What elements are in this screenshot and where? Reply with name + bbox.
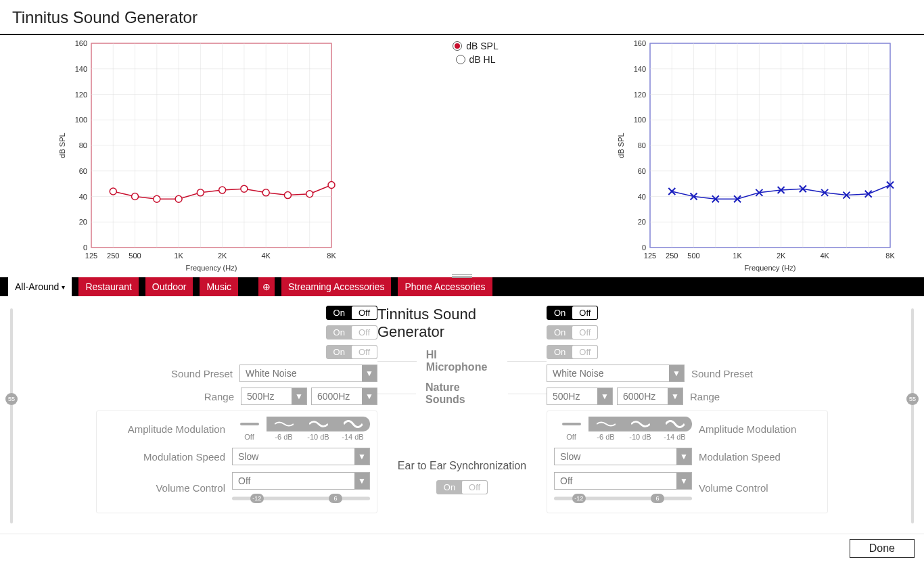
amp-mod-14db[interactable] — [336, 417, 370, 431]
range-low-select-left[interactable]: 500Hz ▼ — [241, 388, 307, 405]
tab-streaming-accessories[interactable]: Streaming Accessories — [281, 277, 391, 296]
slider-thumb-high[interactable]: 6 — [651, 494, 664, 503]
svg-text:4K: 4K — [820, 252, 829, 260]
hi-mic-toggle-left[interactable]: On Off — [326, 325, 377, 339]
vol-range-slider-right[interactable]: -12 6 — [554, 494, 692, 503]
amp-mod-6db[interactable] — [267, 417, 301, 431]
tab-music[interactable]: Music — [200, 277, 238, 296]
off-label: Off — [352, 346, 377, 358]
e2e-sync-title: Ear to Ear Synchronization — [398, 460, 526, 472]
svg-text:1K: 1K — [174, 252, 183, 260]
tsg-toggle-right[interactable]: On Off — [547, 306, 598, 320]
plus-icon: ⊕ — [262, 281, 271, 292]
chevron-down-icon: ▼ — [292, 388, 306, 404]
e2e-sync-toggle[interactable]: On Off — [436, 480, 488, 494]
svg-text:100: 100 — [75, 116, 87, 124]
amp-cap: -14 dB — [664, 433, 685, 441]
on-label: On — [547, 346, 572, 358]
svg-point-43 — [175, 195, 182, 202]
svg-text:8K: 8K — [885, 252, 895, 260]
tab-label: All-Around — [15, 281, 59, 292]
sound-preset-label: Sound Preset — [111, 368, 233, 379]
charts-row: 0204060801001201401601252505001K2K4K8KFr… — [0, 35, 924, 277]
svg-point-40 — [110, 188, 116, 195]
amp-mod-off[interactable] — [232, 417, 267, 431]
mod-speed-label: Modulation Speed — [103, 451, 225, 463]
select-value: White Noise — [553, 368, 603, 379]
vol-ctrl-select-right[interactable]: Off ▼ — [554, 472, 692, 490]
modulation-card-right: Amplitude Modulation Off -6 dB -10 dB -1… — [547, 411, 828, 513]
slider-thumb-low[interactable]: -12 — [250, 494, 264, 503]
radio-db-spl[interactable]: dB SPL — [453, 41, 498, 51]
nature-toggle-left[interactable]: On Off — [326, 345, 377, 359]
off-label: Off — [572, 326, 597, 339]
svg-text:0: 0 — [83, 243, 87, 252]
amp-mod-14db[interactable] — [657, 417, 692, 431]
tab-outdoor[interactable]: Outdoor — [145, 277, 193, 296]
svg-text:60: 60 — [638, 167, 646, 175]
amp-mod-off[interactable] — [554, 417, 588, 431]
hi-mic-toggle-right[interactable]: On Off — [547, 325, 598, 339]
on-label: On — [437, 481, 462, 494]
mod-speed-select-right[interactable]: Slow ▼ — [554, 448, 692, 465]
off-label: Off — [352, 326, 377, 339]
tsg-toggle-left[interactable]: On Off — [326, 306, 377, 320]
svg-text:80: 80 — [79, 141, 87, 149]
chevron-down-icon: ▼ — [362, 388, 377, 404]
drag-handle-icon[interactable] — [452, 274, 472, 278]
svg-text:40: 40 — [638, 193, 646, 201]
center-column: Tinnitus Sound Generator HI Microphone N… — [377, 306, 547, 526]
vol-ctrl-select-left[interactable]: Off ▼ — [232, 472, 370, 490]
add-program-button[interactable]: ⊕ — [258, 277, 275, 296]
slider-thumb-low[interactable]: -12 — [572, 494, 586, 503]
chevron-down-icon: ▾ — [62, 283, 65, 291]
on-label: On — [547, 306, 572, 319]
settings-area: 55 On Off On Off On Off Sound Preset Whi… — [0, 296, 924, 526]
chevron-down-icon: ▼ — [597, 388, 612, 404]
mod-speed-select-left[interactable]: Slow ▼ — [232, 448, 370, 465]
off-label: Off — [572, 346, 597, 358]
slider-thumb[interactable]: 55 — [906, 393, 919, 405]
tab-all-around[interactable]: All-Around ▾ — [8, 277, 72, 296]
chart-right: 0204060801001201401601252505001K2K4K8KFr… — [613, 38, 897, 275]
amp-mod-10db[interactable] — [301, 417, 336, 431]
svg-text:140: 140 — [75, 65, 87, 73]
chevron-down-icon: ▼ — [362, 365, 377, 381]
slider-thumb[interactable]: 55 — [5, 393, 18, 405]
amp-mod-group-left: Off -6 dB -10 dB -14 dB — [232, 417, 370, 441]
select-value: Off — [238, 475, 250, 486]
svg-point-49 — [306, 191, 313, 197]
svg-text:500: 500 — [129, 252, 141, 260]
range-low-select-right[interactable]: 500Hz ▼ — [547, 388, 613, 405]
tab-phone-accessories[interactable]: Phone Accessories — [398, 277, 492, 296]
volume-slider-far-left[interactable]: 55 — [4, 306, 19, 526]
tab-restaurant[interactable]: Restaurant — [78, 277, 138, 296]
svg-text:500: 500 — [687, 252, 699, 260]
svg-text:250: 250 — [666, 252, 678, 260]
chevron-down-icon: ▼ — [668, 388, 683, 404]
tab-label: Phone Accessories — [405, 281, 485, 292]
amp-cap: -6 dB — [275, 433, 292, 441]
select-value: White Noise — [246, 368, 296, 379]
vol-range-slider-left[interactable]: -12 6 — [232, 494, 370, 503]
slider-thumb-high[interactable]: 6 — [329, 494, 342, 503]
svg-text:250: 250 — [107, 252, 119, 260]
sound-preset-select-right[interactable]: White Noise ▼ — [547, 365, 685, 382]
page-title: Tinnitus Sound Generator — [0, 0, 924, 35]
range-high-select-right[interactable]: 6000Hz ▼ — [617, 388, 683, 405]
tab-label: Streaming Accessories — [288, 281, 384, 292]
done-button[interactable]: Done — [850, 539, 915, 558]
sound-preset-select-left[interactable]: White Noise ▼ — [239, 365, 377, 382]
radio-db-hl[interactable]: dB HL — [456, 54, 496, 65]
svg-text:125: 125 — [644, 252, 656, 260]
amp-cap: Off — [566, 433, 576, 441]
amp-mod-6db[interactable] — [588, 417, 623, 431]
select-value: 500Hz — [553, 391, 580, 402]
svg-point-47 — [262, 189, 269, 196]
range-high-select-left[interactable]: 6000Hz ▼ — [311, 388, 377, 405]
svg-text:2K: 2K — [777, 252, 786, 260]
nature-toggle-right[interactable]: On Off — [547, 345, 598, 359]
off-label: Off — [462, 481, 487, 494]
volume-slider-far-right[interactable]: 55 — [905, 306, 920, 526]
amp-mod-10db[interactable] — [623, 417, 657, 431]
